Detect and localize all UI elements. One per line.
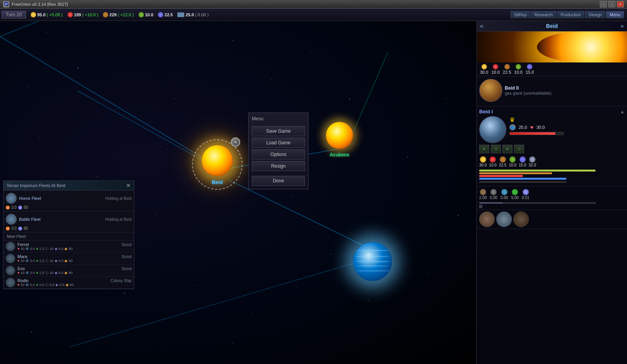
ship-row-ferret[interactable]: Ferret Scout ♥40 ⚙3.0 ●1.0 ⬡10 ◈0.0 ◉80 bbox=[3, 241, 134, 253]
ship-info-mara: Mara Scout ♥40 ⚙3.0 ●1.0 ⬡10 ◈0.0 ◉80 bbox=[17, 254, 132, 263]
health-resource: 189 (+10.0) bbox=[68, 12, 99, 17]
spec-1: 2.00 bbox=[479, 189, 487, 200]
fleet-stats-home: 3.0 50 bbox=[6, 205, 132, 210]
ship-info-eos: Eos Scout ♥40 ⚙3.0 ●1.0 ⬡10 ◈0.0 ◉80 bbox=[17, 266, 132, 275]
planet-beid-i[interactable]: Beid I ▲ ♛ 👥 25.0 ♥ 30.0 bbox=[477, 106, 627, 186]
pres-extra: 32.0 bbox=[528, 156, 536, 167]
app-icon: 🌌 bbox=[3, 1, 9, 7]
fleet-panel-close[interactable]: ✕ bbox=[126, 182, 131, 189]
fleet-group-home[interactable]: Home Fleet Holding at Beid 3.0 50 bbox=[3, 191, 134, 211]
turn-button[interactable]: Turn 20 bbox=[2, 11, 26, 19]
sys-construction: 10.0 bbox=[514, 64, 522, 75]
focus-btn-1[interactable]: ✕ bbox=[479, 145, 489, 153]
beid-i-collapse[interactable]: ▲ bbox=[620, 109, 625, 114]
done-button[interactable]: Done bbox=[252, 176, 305, 186]
spec-3: 0.00 bbox=[501, 189, 508, 200]
save-game-button[interactable]: Save Game bbox=[252, 126, 305, 136]
population-resource: 25.0 (0.00) bbox=[177, 12, 208, 17]
sys-trade: 15.0 bbox=[526, 64, 534, 75]
battle-speed-icon bbox=[6, 227, 10, 231]
spec-icon-3 bbox=[501, 189, 507, 195]
research-button[interactable]: Research bbox=[531, 11, 556, 18]
system-title: Beid bbox=[546, 23, 558, 29]
sys-health-icon bbox=[493, 64, 498, 69]
fleet-group-battle[interactable]: Battle Fleet Holding at Beid 3.0 80 bbox=[3, 211, 134, 232]
title-bar: 🌌 FreeOrion v0.3.14 [Rev 3527] ─ □ ✕ bbox=[0, 0, 627, 9]
ship-row-rodin[interactable]: Rodin Colony Ship ♥50 ⚙5.0 ●0.0 ⬡5.0 ◈0.… bbox=[3, 277, 134, 289]
beid-i-stats: ♛ 👥 25.0 ♥ 30.0 bbox=[509, 116, 625, 143]
sitrep-button[interactable]: SitRep bbox=[511, 11, 530, 18]
right-panel: « Beid » 30.0 10.0 22.5 10.0 15.0 bbox=[476, 21, 627, 364]
pres-food: 30.0 bbox=[479, 156, 487, 167]
menu-dialog-title: Menu bbox=[252, 116, 305, 123]
fleet-panel-header: Terran Imperium Fleets At Beid ✕ bbox=[3, 181, 134, 191]
beid-ii-info: Beid II gas giant (uninhabitable) bbox=[505, 85, 551, 95]
planet-resources: 30.0 10.0 22.5 10.0 15.0 32.0 bbox=[479, 155, 625, 169]
spec-icon-5 bbox=[523, 189, 529, 195]
bar-food bbox=[479, 170, 596, 172]
beid-ii-image bbox=[479, 79, 502, 102]
beid-i-content: ♛ 👥 25.0 ♥ 30.0 bbox=[479, 116, 625, 143]
system-prev-button[interactable]: « bbox=[480, 23, 483, 29]
special-slider[interactable] bbox=[479, 202, 596, 204]
trade-resource: 22.5 bbox=[158, 12, 173, 17]
spec-2: 0.00 bbox=[490, 189, 497, 200]
pres-construction: 10.0 bbox=[509, 156, 516, 167]
ship-info-rodin: Rodin Colony Ship ♥50 ⚙5.0 ●0.0 ⬡5.0 ◈0.… bbox=[17, 278, 132, 287]
pop-icon-1: 👥 bbox=[509, 124, 516, 130]
fleet-marker-beid: A bbox=[231, 137, 240, 147]
focus-indicator bbox=[479, 205, 625, 208]
stacked-bars bbox=[479, 169, 625, 180]
acubens-system[interactable]: Acubens bbox=[326, 122, 353, 158]
menu-button[interactable]: Menu bbox=[606, 11, 624, 18]
focus-btn-2[interactable]: ▽ bbox=[491, 145, 501, 153]
design-button[interactable]: Design bbox=[585, 11, 605, 18]
pres-health: 10.0 bbox=[489, 156, 496, 167]
special-icons-section bbox=[477, 210, 627, 229]
beid-system[interactable]: A Beid bbox=[202, 145, 233, 185]
trade-icon bbox=[158, 12, 163, 17]
specials-resource-row: 2.00 0.00 0.00 5.00 0.01 bbox=[479, 188, 625, 201]
special-item-1[interactable] bbox=[479, 211, 495, 227]
resource-bar: 95.0 (+5.00) 189 (+10.0) 229 (+12.0) 10.… bbox=[26, 12, 511, 17]
production-button[interactable]: Production bbox=[557, 11, 585, 18]
bar-industry bbox=[479, 172, 552, 174]
pres-construction-icon bbox=[509, 156, 516, 163]
spec-4: 5.00 bbox=[511, 189, 518, 200]
load-game-button[interactable]: Load Game bbox=[252, 138, 305, 148]
fleet-row-home: Home Fleet Holding at Beid bbox=[6, 192, 132, 205]
pres-extra-icon bbox=[529, 156, 535, 163]
special-item-3[interactable] bbox=[513, 211, 529, 227]
research-icon bbox=[139, 12, 144, 17]
pres-industry: 22.5 bbox=[499, 156, 506, 167]
spec-icon-1 bbox=[480, 189, 486, 195]
specials-values-row: 2.00 0.00 0.00 5.00 0.01 bbox=[477, 186, 627, 210]
system-image bbox=[477, 31, 627, 62]
fleet-ship-icon-home bbox=[6, 193, 17, 204]
resign-button[interactable]: Resign bbox=[252, 161, 305, 171]
close-button[interactable]: ✕ bbox=[617, 1, 624, 7]
ship-icon-mara bbox=[6, 254, 15, 263]
focus-btn-4[interactable]: ▽ bbox=[514, 145, 524, 153]
ship-icon-rodin bbox=[6, 278, 15, 287]
health-bar bbox=[509, 132, 564, 135]
new-fleet-row[interactable]: New Fleet bbox=[3, 232, 134, 241]
beid-i-image bbox=[479, 116, 506, 143]
minimize-button[interactable]: ─ bbox=[600, 1, 607, 7]
system-next-button[interactable]: » bbox=[620, 23, 624, 29]
maximize-button[interactable]: □ bbox=[608, 1, 615, 7]
nav-buttons: SitRep Research Production Design Menu bbox=[511, 11, 624, 18]
planet-beid-ii[interactable]: Beid II gas giant (uninhabitable) bbox=[477, 76, 627, 106]
options-button[interactable]: Options bbox=[252, 149, 305, 159]
ship-row-mara[interactable]: Mara Scout ♥40 ⚙3.0 ●1.0 ⬡10 ◈0.0 ◉80 bbox=[3, 253, 134, 265]
food-icon bbox=[31, 12, 36, 17]
ship-row-eos[interactable]: Eos Scout ♥40 ⚙3.0 ●1.0 ⬡10 ◈0.0 ◉80 bbox=[3, 265, 134, 277]
health-bar-fill bbox=[510, 132, 555, 135]
population-row: 👥 25.0 ♥ 30.0 bbox=[509, 124, 625, 130]
ship-count-icon bbox=[18, 206, 22, 210]
sys-health: 10.0 bbox=[491, 64, 499, 75]
special-item-2[interactable] bbox=[496, 211, 512, 227]
focus-btn-3[interactable]: ✕ bbox=[502, 145, 513, 153]
pop-icons: 👥 bbox=[509, 124, 516, 130]
toolbar: Turn 20 95.0 (+5.00) 189 (+10.0) 229 (+1… bbox=[0, 9, 627, 21]
